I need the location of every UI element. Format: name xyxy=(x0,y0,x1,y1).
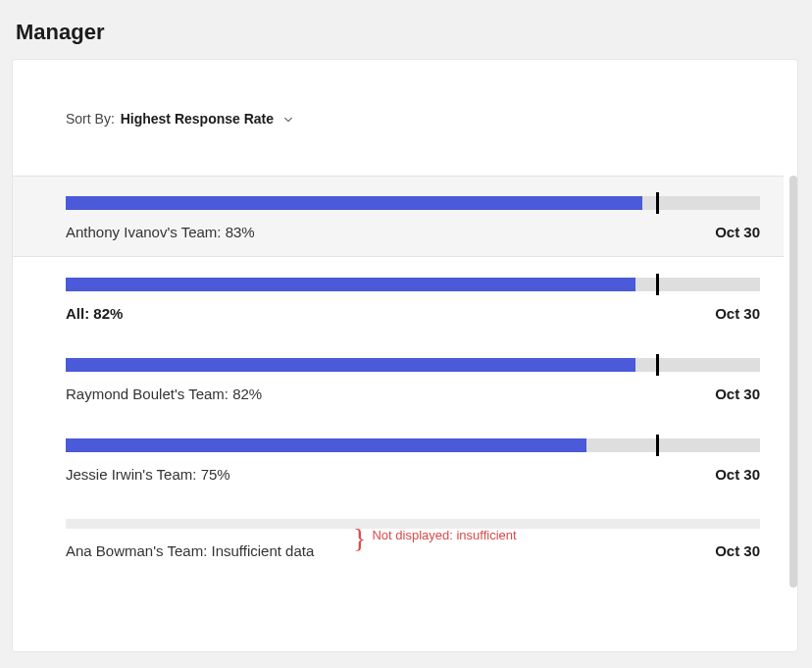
chevron-down-icon xyxy=(283,115,293,125)
target-marker xyxy=(656,435,659,456)
date-label: Oct 30 xyxy=(715,466,760,483)
team-label: Raymond Boulet's Team: 82% xyxy=(66,385,262,402)
target-marker xyxy=(656,274,659,295)
target-marker xyxy=(656,354,659,376)
sort-row: Sort By: Highest Response Rate xyxy=(13,60,797,127)
team-row[interactable]: Raymond Boulet's Team: 82%Oct 30 xyxy=(13,337,784,418)
response-bar-fill xyxy=(66,358,635,372)
date-label: Oct 30 xyxy=(715,385,760,402)
team-list: Anthony Ivanov's Team: 83%Oct 30All: 82%… xyxy=(13,176,797,632)
sort-by-dropdown[interactable]: Highest Response Rate xyxy=(119,111,293,127)
manager-card: Sort By: Highest Response Rate Anthony I… xyxy=(12,59,798,652)
row-text-line: Raymond Boulet's Team: 82%Oct 30 xyxy=(66,385,760,402)
section-title: Manager xyxy=(16,20,800,45)
team-row[interactable]: Anthony Ivanov's Team: 83%Oct 30 xyxy=(13,176,784,257)
team-row[interactable]: All: 82%Oct 30 xyxy=(13,257,784,337)
response-bar-track xyxy=(66,519,760,529)
response-bar-fill xyxy=(66,438,586,452)
sort-label: Sort By: xyxy=(66,111,115,127)
target-marker xyxy=(656,192,659,214)
row-text-line: Ana Bowman's Team: Insufficient dataOct … xyxy=(66,542,760,559)
team-label: Ana Bowman's Team: Insufficient data xyxy=(66,542,314,559)
response-bar-fill xyxy=(66,278,635,291)
response-bar-track xyxy=(66,438,760,452)
team-label: Anthony Ivanov's Team: 83% xyxy=(66,224,255,240)
row-text-line: All: 82%Oct 30 xyxy=(66,305,760,322)
team-row[interactable]: Jessie Irwin's Team: 75%Oct 30 xyxy=(13,418,784,498)
scrollbar[interactable] xyxy=(789,176,797,632)
team-label: All: 82% xyxy=(66,305,123,322)
response-bar-track xyxy=(66,196,760,210)
team-row[interactable]: Ana Bowman's Team: Insufficient dataOct … xyxy=(13,498,784,575)
row-text-line: Anthony Ivanov's Team: 83%Oct 30 xyxy=(66,224,760,240)
sort-value: Highest Response Rate xyxy=(121,111,274,127)
row-text-line: Jessie Irwin's Team: 75%Oct 30 xyxy=(66,466,760,483)
response-bar-track xyxy=(66,358,760,372)
response-bar-fill xyxy=(66,196,642,210)
date-label: Oct 30 xyxy=(715,542,760,559)
scrollbar-thumb[interactable] xyxy=(789,176,797,588)
date-label: Oct 30 xyxy=(715,224,760,240)
team-label: Jessie Irwin's Team: 75% xyxy=(66,466,230,483)
date-label: Oct 30 xyxy=(715,305,760,322)
annotation-text: Not displayed: insufficient xyxy=(372,528,516,542)
response-bar-track xyxy=(66,278,760,291)
